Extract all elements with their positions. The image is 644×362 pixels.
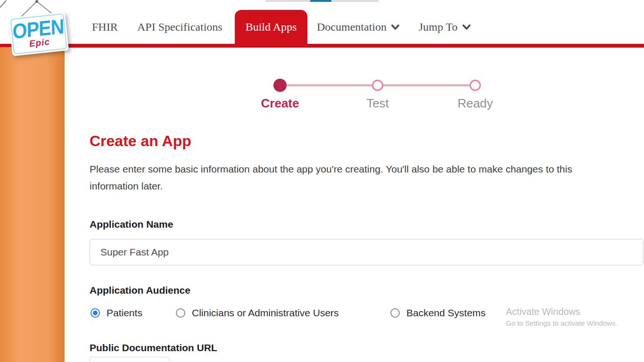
step-ready-label: Ready <box>438 96 513 111</box>
application-name-input[interactable] <box>90 239 644 265</box>
radio-backend-systems-label: Backend Systems <box>406 307 486 319</box>
nav-item-jump-to-label: Jump To <box>419 21 458 33</box>
activate-windows-line1: Activate Windows <box>506 306 618 317</box>
application-audience-label: Application Audience <box>90 285 190 296</box>
step-create-label: Create <box>242 96 318 111</box>
nav-tab-build-apps[interactable]: Build Apps <box>235 10 307 44</box>
chevron-down-icon <box>391 20 399 33</box>
open-epic-logo[interactable]: OPEN Epic <box>8 12 69 56</box>
create-app-page: { "top_progress": { "track_color": "#dcd… <box>0 0 644 362</box>
page-description-line1: Please enter some basic information abou… <box>90 161 572 178</box>
stepper-connector-2 <box>378 84 475 86</box>
nav-item-fhir[interactable]: FHIR <box>92 21 118 33</box>
header-red-divider <box>0 44 644 48</box>
nav-item-jump-to[interactable]: Jump To <box>419 21 471 33</box>
stepper-connector-1 <box>280 84 378 86</box>
public-documentation-url-input[interactable] <box>90 357 170 362</box>
page-description: Please enter some basic information abou… <box>90 161 572 195</box>
radio-clinicians-circle[interactable] <box>176 308 185 318</box>
step-test-circle <box>372 80 383 91</box>
public-documentation-url-label: Public Documentation URL <box>90 342 217 354</box>
radio-backend-systems-circle[interactable] <box>390 308 400 318</box>
application-name-label: Application Name <box>90 219 173 230</box>
radio-patients-circle[interactable] <box>91 308 100 318</box>
radio-patients-label: Patients <box>107 307 142 319</box>
media-progress-track[interactable] <box>265 0 379 2</box>
nav-item-documentation[interactable]: Documentation <box>317 21 399 33</box>
activate-windows-watermark: Activate Windows Go to Settings to activ… <box>506 306 618 327</box>
radio-clinicians-label: Clinicians or Administrative Users <box>192 307 339 319</box>
page-title: Create an App <box>90 132 191 150</box>
page-description-line2: information later. <box>90 178 572 195</box>
activate-windows-line2: Go to Settings to activate Windows. <box>506 319 618 327</box>
step-ready-circle <box>470 80 481 91</box>
nav-tab-build-apps-label: Build Apps <box>246 21 297 33</box>
chevron-down-icon <box>462 20 471 33</box>
step-test-label: Test <box>340 96 415 111</box>
media-progress-fill <box>310 0 331 2</box>
nav-item-api-specifications[interactable]: API Specifications <box>137 21 223 33</box>
left-orange-sidebar <box>0 47 65 362</box>
step-create-circle <box>273 79 287 92</box>
nav-item-documentation-label: Documentation <box>317 21 387 33</box>
